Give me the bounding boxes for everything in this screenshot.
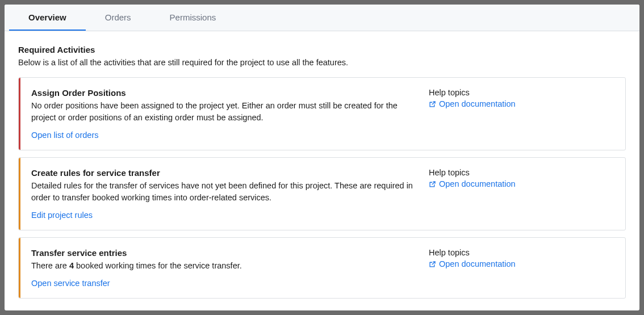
tab-overview[interactable]: Overview [9, 5, 86, 31]
card-main: Create rules for service transfer Detail… [31, 168, 429, 220]
activity-card-assign-positions: Assign Order Positions No order position… [18, 77, 626, 150]
external-link-icon [429, 180, 436, 188]
card-main: Transfer service entries There are 4 boo… [31, 248, 429, 288]
tab-permissions[interactable]: Permissions [150, 5, 236, 31]
help-topics-label: Help topics [429, 248, 610, 257]
app-window: Overview Orders Permissions Required Act… [5, 5, 639, 310]
card-main: Assign Order Positions No order position… [31, 88, 429, 140]
tab-orders[interactable]: Orders [86, 5, 150, 31]
external-link-icon [429, 100, 436, 108]
tab-bar: Overview Orders Permissions [5, 5, 639, 31]
open-documentation-link[interactable]: Open documentation [429, 99, 516, 108]
activity-card-create-rules: Create rules for service transfer Detail… [18, 157, 626, 230]
external-link-icon [429, 261, 436, 268]
booked-count: 4 [69, 261, 74, 270]
card-title: Create rules for service transfer [31, 168, 417, 178]
desc-suffix: booked working times for the service tra… [74, 261, 242, 270]
card-description: There are 4 booked working times for the… [31, 260, 417, 272]
open-documentation-link[interactable]: Open documentation [429, 259, 516, 268]
card-side: Help topics Open documentation [429, 88, 610, 140]
edit-project-rules-link[interactable]: Edit project rules [31, 211, 93, 220]
content-area: Required Activities Below is a list of a… [5, 31, 639, 310]
help-topics-label: Help topics [429, 168, 610, 177]
open-documentation-label: Open documentation [439, 259, 516, 268]
section-description: Below is a list of all the activities th… [18, 58, 626, 67]
open-documentation-label: Open documentation [439, 179, 516, 188]
open-list-of-orders-link[interactable]: Open list of orders [31, 131, 98, 140]
open-documentation-link[interactable]: Open documentation [429, 179, 516, 188]
desc-prefix: There are [31, 261, 69, 270]
open-documentation-label: Open documentation [439, 99, 516, 108]
card-description: No order positions have been assigned to… [31, 100, 417, 124]
card-description: Detailed rules for the transfer of servi… [31, 180, 417, 204]
card-side: Help topics Open documentation [429, 168, 610, 220]
help-topics-label: Help topics [429, 88, 610, 97]
card-side: Help topics Open documentation [429, 248, 610, 288]
card-title: Assign Order Positions [31, 88, 417, 98]
activity-card-transfer-entries: Transfer service entries There are 4 boo… [18, 237, 626, 299]
section-title: Required Activities [18, 45, 626, 54]
card-title: Transfer service entries [31, 248, 417, 258]
open-service-transfer-link[interactable]: Open service transfer [31, 279, 110, 288]
